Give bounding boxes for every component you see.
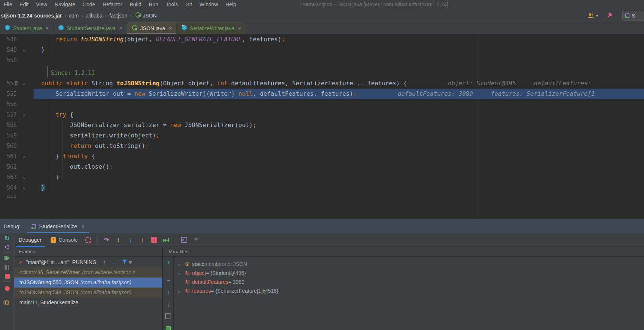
breadcrumb-item[interactable]: JSON xyxy=(143,13,157,19)
step-into-icon[interactable]: ↓ xyxy=(113,235,124,245)
thread-up-icon[interactable]: ↑ xyxy=(103,259,106,265)
evaluate-expression-icon[interactable]: >_ xyxy=(179,235,189,245)
debug-session-tab[interactable]: StudentSerialize × xyxy=(27,219,89,233)
code-text: serializer.write(object); xyxy=(27,132,159,139)
thread-down-icon[interactable]: ↓ xyxy=(113,259,116,265)
filter-threads-icon[interactable] xyxy=(115,259,122,265)
menu-item-view[interactable]: View xyxy=(32,1,51,7)
menu-item-run[interactable]: Run xyxy=(145,1,162,7)
variable-row[interactable]: ›features = {SerializerFeature[1]@516} xyxy=(174,286,644,295)
frame-row[interactable]: toJSONString:555, JSON(com.alibaba.fastj… xyxy=(14,277,162,288)
mute-breakpoints-icon[interactable] xyxy=(0,299,14,307)
step-over-icon[interactable]: ↷ xyxy=(101,235,112,245)
expand-chevron-icon[interactable]: › xyxy=(178,270,185,276)
close-icon[interactable]: × xyxy=(82,223,85,229)
menu-item-file[interactable]: File xyxy=(0,1,16,7)
line-number: 562 xyxy=(0,162,15,172)
close-icon[interactable]: × xyxy=(46,25,49,31)
thread-selector[interactable]: ✓ "main"@1 in ...ain": RUNNING ↑↓▾ xyxy=(14,257,162,267)
collaborators-button[interactable]: ▾ xyxy=(587,13,598,19)
code-token: try xyxy=(27,111,66,118)
line-number: 549 xyxy=(0,45,15,55)
pause-icon[interactable] xyxy=(0,263,14,271)
line-number: 555 xyxy=(0,89,15,99)
move-up-icon[interactable]: ↑ xyxy=(163,289,174,296)
view-breakpoints-icon[interactable] xyxy=(0,285,14,292)
force-step-into-icon[interactable]: ↓ xyxy=(125,235,136,245)
toolbar-separator xyxy=(97,236,98,244)
debug-tab-debugger[interactable]: Debugger xyxy=(14,233,46,247)
menu-item-tools[interactable]: Tools xyxy=(162,1,182,7)
code-token: } xyxy=(27,46,45,53)
tab-label: StudentSerialize.java xyxy=(67,25,116,31)
fold-start-icon[interactable]: ∨ xyxy=(21,110,27,121)
breadcrumb-item[interactable]: stjson-1.2.24-sources.jar xyxy=(1,13,62,19)
run-configuration-chip[interactable]: S xyxy=(622,11,644,20)
breadcrumb-separator: › xyxy=(105,13,107,19)
fold-start-icon[interactable]: ∨ xyxy=(21,79,27,89)
stop-icon[interactable] xyxy=(0,272,14,280)
menu-item-help[interactable]: Help xyxy=(222,1,240,7)
expand-chevron-icon[interactable]: › xyxy=(178,261,185,267)
menu-item-build[interactable]: Build xyxy=(126,1,145,7)
close-icon[interactable]: × xyxy=(169,25,172,31)
thread-status-icon: ✓ xyxy=(19,259,23,265)
rerun-debug-icon[interactable]: ↻ xyxy=(0,235,14,242)
editor-tab-serializewriter-java[interactable]: SerializeWriter.java× xyxy=(177,22,246,34)
line-number: 554 xyxy=(0,78,15,89)
menu-item-git[interactable]: Git xyxy=(182,1,196,7)
variable-row[interactable]: ›static members of JSON xyxy=(174,260,644,269)
new-watch-icon[interactable] xyxy=(163,325,174,330)
code-line: 555 SerializeWriter out = new SerializeW… xyxy=(0,89,644,99)
fold-end-icon[interactable]: ∧ xyxy=(21,183,27,194)
frame-row[interactable]: main:11, StudentSerialize xyxy=(14,298,162,308)
tab-label: SerializeWriter.java xyxy=(190,25,235,31)
code-token: null xyxy=(238,90,253,97)
breadcrumb-item[interactable]: fastjson xyxy=(109,13,127,19)
debug-tab-console[interactable]: !Console xyxy=(46,233,82,247)
code-token: new xyxy=(134,90,145,97)
menu-item-code[interactable]: Code xyxy=(79,1,99,7)
frame-row[interactable]: <clinit>:36, SerializeWriter(com.alibaba… xyxy=(14,267,162,277)
editor-tab-student-java[interactable]: Student.java× xyxy=(0,22,54,34)
step-out-icon[interactable]: ↑ xyxy=(137,235,147,245)
run-to-cursor-icon[interactable]: ▶▶ xyxy=(161,235,171,245)
editor-tab-studentserialize-java[interactable]: StudentSerialize.java× xyxy=(54,22,127,34)
menu-item-navigate[interactable]: Navigate xyxy=(51,1,79,7)
code-editor[interactable]: 548 return toJSONString(object, DEFAULT_… xyxy=(0,34,644,219)
build-button[interactable] xyxy=(606,12,613,20)
menu-item-edit[interactable]: Edit xyxy=(16,1,32,7)
breadcrumb-item[interactable]: alibaba xyxy=(86,13,102,19)
add-watch-icon[interactable]: + xyxy=(163,259,174,267)
close-icon[interactable]: × xyxy=(119,25,122,31)
move-down-icon[interactable]: ↓ xyxy=(163,301,174,308)
resume-icon-shape xyxy=(4,256,10,260)
code-token: } xyxy=(41,184,45,191)
frame-row[interactable]: toJSONString:548, JSON(com.alibaba.fastj… xyxy=(14,288,162,298)
copy-icon[interactable] xyxy=(163,313,174,320)
variable-row[interactable]: defaultFeatures = 3089 xyxy=(174,277,644,286)
fold-start-icon[interactable]: ∨ xyxy=(21,152,27,162)
breadcrumb-item[interactable]: com xyxy=(69,13,79,19)
close-icon[interactable]: × xyxy=(238,25,241,31)
inline-debugger-hints: object: Student@495defaultFeatures: xyxy=(407,80,591,87)
show-execution-point-icon[interactable] xyxy=(83,235,93,245)
menu-item-refactor[interactable]: Refactor xyxy=(99,1,126,7)
drop-frame-icon[interactable]: ↓ xyxy=(149,235,159,245)
remove-watch-icon[interactable]: − xyxy=(163,277,174,284)
menu-item-window[interactable]: Window xyxy=(196,1,222,7)
debugger-value-hint: defaultFeatures: 3089 xyxy=(398,90,473,97)
expand-chevron-icon[interactable]: › xyxy=(178,288,185,294)
thread-dropdown-icon[interactable]: ▾ xyxy=(129,259,132,266)
resume-icon[interactable] xyxy=(0,254,14,262)
settings-gear-icon[interactable] xyxy=(0,243,14,251)
editor-tab-json-java[interactable]: JSON.java× xyxy=(127,22,177,34)
fold-end-icon[interactable]: ∧ xyxy=(21,45,27,56)
thread-controls: ↑↓▾ xyxy=(96,259,132,266)
layout-settings-icon[interactable]: ≡ xyxy=(191,235,201,245)
toolbar-right: ▾ xyxy=(587,9,613,22)
code-token: out.close() xyxy=(27,163,109,170)
code-line: 564∧ } xyxy=(0,183,644,193)
variable-row[interactable]: ›object = {Student@495} xyxy=(174,269,644,277)
fold-end-icon[interactable]: ∧ xyxy=(21,173,27,183)
